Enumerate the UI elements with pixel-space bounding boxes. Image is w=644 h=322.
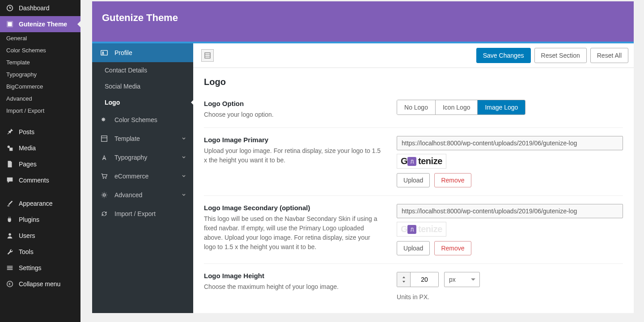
sidebar-item-label: Users (19, 232, 35, 239)
secondary-logo-preview: G ⎍ tenize (397, 222, 446, 237)
secondary-logo-url-input[interactable] (397, 204, 623, 218)
sidebar-item-pages[interactable]: Pages (0, 156, 80, 172)
sidebar-item-appearance[interactable]: Appearance (0, 195, 80, 212)
option-icon-logo[interactable]: Icon Logo (436, 100, 478, 114)
sidebar-item-users[interactable]: Users (0, 228, 80, 244)
svg-point-5 (7, 281, 13, 287)
sidebar-item-plugins[interactable]: Plugins (0, 212, 80, 228)
sidebar-item-media[interactable]: Media (0, 140, 80, 156)
svg-point-4 (8, 233, 11, 236)
brush-icon (5, 199, 14, 208)
height-note: Units in PX. (397, 293, 623, 301)
subnav-tab-profile[interactable]: Profile (92, 43, 193, 62)
sidebar-subitem-import-export[interactable]: Import / Export (0, 105, 80, 117)
user-icon (5, 231, 14, 240)
svg-rect-8 (102, 136, 107, 142)
option-image-logo[interactable]: Image Logo (478, 100, 525, 114)
field-desc: Choose your logo option. (204, 110, 383, 119)
field-desc: Choose the maximum height of your logo i… (204, 282, 383, 292)
sidebar-collapse[interactable]: Collapse menu (0, 276, 80, 292)
height-stepper[interactable] (397, 272, 439, 287)
pin-icon (5, 127, 14, 136)
subnav-subtab-contact[interactable]: Contact Details (92, 62, 193, 78)
sidebar-item-label: Tools (19, 248, 34, 255)
sidebar-item-dashboard[interactable]: Dashboard (0, 0, 80, 16)
sidebar-subitem-general[interactable]: General (0, 32, 80, 44)
sidebar-item-gutenize-theme[interactable]: Gutenize Theme (0, 16, 80, 32)
logo-prefix: G (401, 156, 407, 166)
options-subnav: Profile Contact Details Social Media Log… (92, 43, 193, 313)
section-title: Logo (204, 77, 623, 87)
page-header: Gutenize Theme (92, 1, 634, 42)
svg-point-10 (103, 178, 104, 179)
svg-rect-6 (101, 51, 107, 55)
sidebar-subitem-template[interactable]: Template (0, 56, 80, 68)
sidebar-item-label: Appearance (19, 200, 53, 207)
subnav-tab-ecommerce[interactable]: eCommerce (92, 167, 193, 186)
sidebar-item-label: Comments (19, 177, 49, 184)
dashboard-icon (5, 4, 14, 13)
subnav-subtab-logo[interactable]: Logo (92, 94, 193, 110)
sidebar-subitem-bigcommerce[interactable]: BigCommerce (0, 80, 80, 93)
sidebar-item-tools[interactable]: Tools (0, 244, 80, 260)
secondary-remove-button[interactable]: Remove (434, 241, 471, 255)
reset-section-button[interactable]: Reset Section (534, 48, 587, 63)
sidebar-item-label: Plugins (19, 216, 39, 223)
sidebar-item-posts[interactable]: Posts (0, 124, 80, 140)
subnav-tab-advanced[interactable]: Advanced (92, 186, 193, 204)
field-desc: Upload your logo image. For retina displ… (204, 146, 383, 165)
sidebar-item-label: Dashboard (19, 4, 50, 12)
comment-icon (5, 176, 14, 185)
sidebar-item-label: Settings (19, 264, 42, 271)
chevron-down-icon (182, 174, 186, 178)
field-desc: This logo will be used on the Navbar Sec… (204, 214, 383, 252)
height-unit-select[interactable]: px (444, 272, 480, 287)
svg-point-7 (102, 51, 104, 53)
subnav-subtab-social[interactable]: Social Media (92, 78, 193, 94)
svg-point-11 (105, 178, 106, 179)
subnav-tab-label: Import / Export (114, 210, 156, 217)
height-input[interactable] (411, 272, 438, 287)
sidebar-item-label: Gutenize Theme (19, 21, 67, 28)
save-button[interactable]: Save Changes (476, 48, 531, 63)
sidebar-item-settings[interactable]: Settings (0, 260, 80, 276)
svg-rect-1 (8, 22, 12, 26)
wrench-icon (5, 247, 14, 256)
expand-icon-button[interactable] (201, 49, 214, 62)
media-icon (5, 144, 14, 153)
svg-rect-3 (9, 148, 13, 151)
subnav-tab-template[interactable]: Template (92, 129, 193, 148)
subnav-tab-color-schemes[interactable]: Color Schemes (92, 110, 193, 129)
plug-icon (5, 215, 14, 224)
field-label: Logo Image Primary (204, 136, 383, 144)
sidebar-subitem-color-schemes[interactable]: Color Schemes (0, 44, 80, 56)
sidebar-subitem-typography[interactable]: Typography (0, 68, 80, 80)
theme-icon (5, 20, 14, 29)
reset-all-button[interactable]: Reset All (590, 48, 628, 63)
sidebar-item-comments[interactable]: Comments (0, 172, 80, 188)
sidebar-item-label: Posts (19, 128, 34, 136)
primary-upload-button[interactable]: Upload (397, 173, 430, 187)
primary-remove-button[interactable]: Remove (434, 173, 471, 187)
sidebar-item-label: Media (19, 144, 36, 152)
secondary-upload-button[interactable]: Upload (397, 241, 430, 255)
logo-prefix: G (401, 224, 407, 234)
content-area: Gutenize Theme Profile Contact Details S… (80, 0, 644, 322)
subnav-tab-import-export[interactable]: Import / Export (92, 204, 193, 223)
option-no-logo[interactable]: No Logo (397, 100, 436, 114)
field-label: Logo Image Secondary (optional) (204, 204, 383, 212)
sidebar-subitem-advanced[interactable]: Advanced (0, 93, 80, 105)
field-label: Logo Option (204, 100, 383, 107)
wp-admin-sidebar: Dashboard Gutenize Theme General Color S… (0, 0, 80, 322)
collapse-icon (5, 280, 14, 288)
layout-icon (99, 135, 109, 143)
field-label: Logo Image Height (204, 272, 383, 280)
cart-icon (99, 172, 109, 180)
sliders-icon (5, 263, 14, 272)
subnav-tab-label: Advanced (114, 191, 142, 199)
id-card-icon (99, 49, 109, 57)
subnav-tab-label: Color Schemes (114, 116, 157, 123)
subnav-tab-typography[interactable]: Typography (92, 148, 193, 167)
sidebar-item-label: Collapse menu (19, 280, 60, 288)
primary-logo-url-input[interactable] (397, 136, 623, 150)
